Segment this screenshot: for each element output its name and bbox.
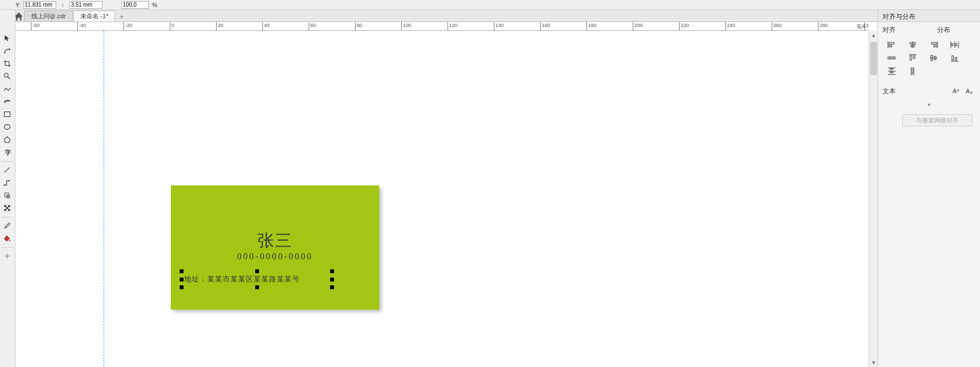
ruler-tick: 100: [401, 22, 411, 31]
align-top-button[interactable]: [902, 51, 923, 65]
svg-rect-16: [4, 209, 7, 211]
polygon-tool[interactable]: [0, 134, 14, 146]
distribute-left-button[interactable]: [944, 38, 965, 51]
scale-input[interactable]: [121, 1, 149, 9]
card-address-text: 地址：某某市某某区某某路某某号: [182, 272, 332, 287]
zoom-tool[interactable]: [0, 70, 14, 82]
pixel-grid-align-button[interactable]: 与像素网格对齐: [902, 114, 972, 126]
ruler-tick: 260: [772, 22, 782, 31]
tab-file-1[interactable]: 线上问诊.cdr: [24, 10, 73, 22]
tab-file-2[interactable]: 未命名 -1*: [73, 10, 115, 22]
align-left-button[interactable]: [881, 38, 902, 51]
svg-rect-17: [8, 209, 10, 211]
ruler-horizontal[interactable]: 毫米 -60-40-200204060801001201401601802002…: [15, 22, 869, 31]
svg-point-5: [4, 125, 10, 130]
fill-tool[interactable]: [0, 232, 14, 244]
svg-rect-29: [934, 45, 936, 47]
svg-text:字: 字: [5, 149, 11, 156]
scroll-thumb[interactable]: [870, 42, 877, 75]
svg-marker-10: [9, 180, 10, 182]
transparency-tool[interactable]: [0, 202, 14, 214]
align-center-v-button[interactable]: [923, 51, 944, 65]
svg-rect-4: [4, 112, 10, 117]
ruler-tick: -60: [31, 22, 40, 31]
svg-rect-52: [911, 68, 914, 70]
ruler-tick: -20: [123, 22, 132, 31]
svg-rect-51: [890, 72, 893, 73]
ellipse-tool[interactable]: [0, 121, 14, 133]
svg-rect-22: [889, 42, 894, 44]
selection-handle[interactable]: [180, 269, 184, 273]
text-baseline-b-button[interactable]: Aₐ: [962, 86, 976, 97]
crop-tool[interactable]: [0, 57, 14, 70]
align-center-h-button[interactable]: [902, 38, 923, 51]
ruler-tick: 80: [355, 22, 362, 31]
align-distribute-buttons: [878, 36, 980, 82]
line-tool[interactable]: [0, 164, 14, 176]
drop-shadow-tool[interactable]: [0, 189, 14, 201]
ruler-tick: 0: [170, 22, 174, 31]
add-tool-button[interactable]: [0, 250, 14, 262]
eyedropper-tool[interactable]: [0, 220, 14, 232]
align-bottom-button[interactable]: [944, 51, 965, 65]
selection-handle[interactable]: [330, 278, 334, 281]
panel-section-headers: 对齐 分布: [878, 22, 980, 36]
svg-rect-46: [955, 57, 957, 60]
rectangle-tool[interactable]: [0, 108, 14, 120]
pick-tool[interactable]: [0, 32, 14, 44]
card-address-selected[interactable]: 地址：某某市某某区某某路某某号: [182, 272, 332, 287]
selection-handle[interactable]: [180, 285, 184, 289]
svg-point-9: [4, 184, 5, 185]
height-icon: ↕: [58, 1, 67, 9]
distribute-spacing-h-button[interactable]: [881, 51, 902, 65]
guide-line-vertical[interactable]: [104, 31, 104, 367]
align-distribute-panel: 对齐与分布 对齐 分布 文本 Aᵃ Aₐ ▾ 与像素网格对齐: [877, 10, 980, 367]
selection-handle[interactable]: [255, 269, 259, 273]
canvas-area[interactable]: 张三 000-0000-0000 地址：某某市某某区某某路某某号: [15, 31, 869, 367]
scroll-up-icon[interactable]: ▲: [869, 31, 878, 40]
svg-rect-37: [893, 57, 895, 59]
ruler-tick: 20: [216, 22, 223, 31]
svg-line-3: [8, 77, 10, 79]
text-baseline-a-button[interactable]: Aᵃ: [949, 86, 962, 97]
ruler-tick: -40: [77, 22, 86, 31]
freehand-tool[interactable]: [0, 83, 14, 95]
svg-rect-35: [888, 57, 890, 59]
business-card[interactable]: 张三 000-0000-0000 地址：某某市某某区某某路某某号: [171, 185, 379, 310]
distribute-top-button[interactable]: [881, 65, 902, 78]
svg-rect-23: [889, 45, 892, 47]
svg-rect-33: [951, 44, 953, 46]
selection-handle[interactable]: [330, 269, 334, 273]
ruler-tick: 280: [818, 22, 828, 31]
text-section-label: 文本: [882, 87, 896, 96]
svg-rect-28: [931, 42, 936, 44]
y-label: Y:: [15, 2, 21, 8]
ruler-tick: 300: [864, 22, 869, 31]
connector-tool[interactable]: [0, 177, 14, 189]
svg-rect-50: [890, 68, 893, 70]
y-input[interactable]: [23, 1, 56, 9]
artistic-media-tool[interactable]: [0, 95, 14, 108]
panel-expand-toggle[interactable]: ▾: [878, 100, 980, 109]
distribute-spacing-v-button[interactable]: [902, 65, 923, 78]
card-phone-text[interactable]: 000-0000-0000: [171, 252, 379, 262]
tab-add-button[interactable]: +: [116, 12, 127, 22]
percent-label: %: [152, 2, 158, 8]
selection-handle[interactable]: [180, 278, 184, 281]
svg-rect-12: [6, 194, 10, 198]
document-tab-bar: 线上问诊.cdr 未命名 -1* +: [0, 10, 980, 22]
selection-handle[interactable]: [330, 285, 334, 289]
ruler-tick: 220: [679, 22, 689, 31]
align-right-button[interactable]: [923, 38, 944, 51]
ruler-tick: 40: [262, 22, 270, 31]
svg-point-18: [9, 240, 10, 241]
card-name-text[interactable]: 张三: [171, 230, 379, 252]
height-input[interactable]: [69, 1, 103, 9]
property-bar: Y: ↕ %: [0, 0, 980, 10]
shape-tool[interactable]: [0, 45, 14, 57]
scroll-down-icon[interactable]: ▼: [869, 358, 878, 367]
text-tool[interactable]: 字: [0, 146, 14, 158]
vertical-scrollbar[interactable]: ▲ ▼: [869, 31, 877, 367]
selection-handle[interactable]: [255, 285, 259, 289]
svg-point-2: [4, 73, 8, 77]
